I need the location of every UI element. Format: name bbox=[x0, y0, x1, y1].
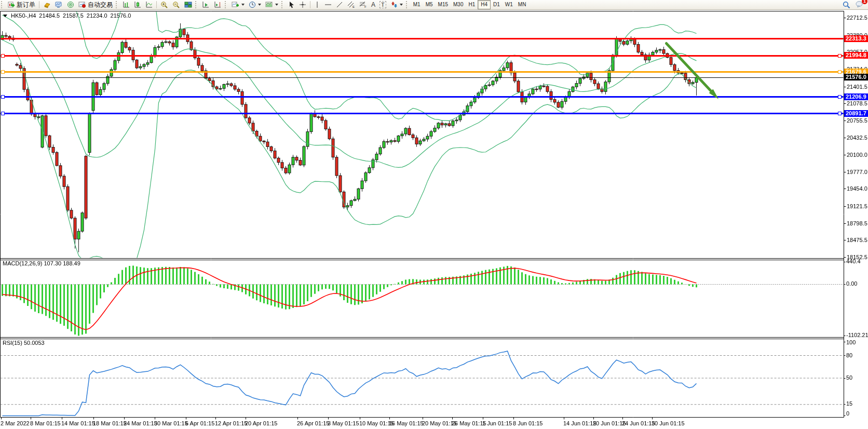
notification-badge: 1 bbox=[862, 0, 867, 4]
tab-timeframe-d1[interactable]: D1 bbox=[491, 1, 503, 9]
fibonacci-icon: F bbox=[359, 1, 367, 8]
zoom-out-icon bbox=[172, 1, 180, 8]
tab-timeframe-h1[interactable]: H1 bbox=[466, 1, 478, 9]
time-tick-label: 26 Apr 01:15 bbox=[297, 420, 329, 426]
price-tick-label: 18798.5 bbox=[847, 220, 867, 226]
notifications-button[interactable]: 1 bbox=[856, 1, 864, 9]
tab-timeframe-m5[interactable]: M5 bbox=[423, 1, 436, 9]
price-tag: 21576.0 bbox=[844, 74, 868, 81]
ohlc-open: 21484.5 bbox=[39, 12, 60, 19]
horizontal-line-button[interactable] bbox=[322, 0, 334, 9]
time-tick-label: 24 Mar 01:15 bbox=[124, 420, 157, 426]
toolbar-grip[interactable] bbox=[225, 1, 228, 8]
tab-timeframe-h4[interactable]: H4 bbox=[478, 0, 491, 9]
periods-button[interactable] bbox=[247, 0, 263, 9]
toolbar-grip[interactable] bbox=[195, 1, 199, 8]
equidistant-channel-button[interactable]: E bbox=[345, 0, 357, 9]
new-order-label: 新订单 bbox=[17, 1, 35, 9]
indicators-button[interactable] bbox=[229, 0, 247, 9]
main-toolbar: 新订单 自动交易 bbox=[0, 0, 868, 10]
tab-timeframe-w1[interactable]: W1 bbox=[503, 1, 516, 9]
template-icon bbox=[265, 1, 273, 8]
rsi-label: RSI(15) 50.0053 bbox=[3, 340, 45, 346]
indicators-icon bbox=[232, 1, 239, 8]
toolbar-grip[interactable] bbox=[406, 1, 410, 8]
price-tick-label: 20755.5 bbox=[847, 117, 867, 124]
crosshair-button[interactable] bbox=[297, 0, 308, 9]
arrows-tool-icon bbox=[390, 1, 398, 8]
toolbar-grip[interactable] bbox=[281, 1, 285, 8]
tab-timeframe-m15[interactable]: M15 bbox=[436, 1, 451, 9]
time-tick-label: 30 Mar 01:15 bbox=[154, 420, 188, 426]
trendline-button[interactable] bbox=[334, 0, 345, 9]
time-tick-label: 20 Apr 01:15 bbox=[245, 420, 277, 426]
rsi-axis-100: 100 bbox=[846, 339, 856, 345]
tab-timeframe-mn[interactable]: MN bbox=[516, 1, 529, 9]
chart-shift-button[interactable] bbox=[212, 0, 224, 9]
price-tag: 20891.7 bbox=[844, 110, 868, 117]
time-tick-label: 18 Mar 01:15 bbox=[93, 420, 127, 426]
line-chart-button[interactable] bbox=[143, 0, 155, 9]
new-order-icon bbox=[8, 1, 15, 8]
price-tick-label: 18475.5 bbox=[847, 237, 867, 243]
ohlc-high: 21587.5 bbox=[63, 12, 84, 19]
chart-canvas[interactable] bbox=[0, 0, 868, 429]
toolbar-grip[interactable] bbox=[1, 1, 5, 8]
arrows-tool-button[interactable] bbox=[388, 0, 405, 9]
search-icon[interactable] bbox=[843, 1, 850, 9]
new-order-button[interactable]: 新订单 bbox=[6, 0, 37, 9]
zoom-out-button[interactable] bbox=[170, 0, 182, 9]
dropdown-arrow-icon bbox=[258, 4, 261, 6]
zoom-in-icon bbox=[160, 1, 168, 8]
auto-trading-button[interactable]: 自动交易 bbox=[76, 0, 115, 9]
broadcast-button[interactable] bbox=[65, 0, 76, 9]
time-tick-label: 8 Mar 01:15 bbox=[30, 420, 61, 426]
auto-scroll-button[interactable] bbox=[200, 0, 212, 9]
chart-screen-button[interactable] bbox=[53, 0, 65, 9]
chevron-down-icon bbox=[3, 15, 7, 17]
zoom-in-button[interactable] bbox=[158, 0, 170, 9]
tab-timeframe-m30[interactable]: M30 bbox=[451, 1, 466, 9]
tile-windows-icon bbox=[184, 1, 192, 8]
candlestick-icon bbox=[134, 1, 141, 8]
time-tick-label: 3 May 01:15 bbox=[328, 420, 359, 426]
text-tool-button[interactable]: A bbox=[369, 0, 377, 9]
tab-timeframe-m1[interactable]: M1 bbox=[411, 1, 423, 9]
time-tick-label: 1 Jun 01:15 bbox=[482, 420, 512, 426]
dropdown-arrow-icon bbox=[275, 4, 278, 6]
bar-chart-icon bbox=[123, 1, 130, 8]
rsi-axis-50: 50 bbox=[846, 374, 852, 381]
vertical-line-icon bbox=[314, 1, 320, 8]
time-tick-label: 24 Jun 01:15 bbox=[622, 420, 655, 426]
time-tick-label: 14 Mar 01:15 bbox=[61, 420, 95, 426]
macd-axis-top: 440.4 bbox=[846, 258, 861, 264]
bar-chart-button[interactable] bbox=[120, 0, 132, 9]
time-tick-label: 2 Mar 2022 bbox=[1, 420, 30, 426]
time-tick-label: 20 Jun 01:15 bbox=[593, 420, 626, 426]
time-tick-label: 30 Jun 01:15 bbox=[652, 420, 685, 426]
toolbar-grip[interactable] bbox=[116, 1, 119, 8]
chart-screen-icon bbox=[55, 1, 63, 8]
candlestick-button[interactable] bbox=[132, 0, 143, 9]
broadcast-icon bbox=[67, 1, 74, 8]
rsi-axis-0: 0 bbox=[846, 410, 849, 417]
rsi-axis-15: 15 bbox=[846, 400, 852, 407]
fibonacci-button[interactable]: F bbox=[357, 0, 369, 9]
toolbar-separator bbox=[310, 1, 310, 8]
cursor-button[interactable] bbox=[286, 0, 297, 9]
time-tick-label: 6 Apr 01:15 bbox=[185, 420, 214, 426]
label-tool-button[interactable]: T bbox=[377, 0, 388, 9]
tile-windows-button[interactable] bbox=[182, 0, 194, 9]
dropdown-arrow-icon bbox=[400, 4, 403, 6]
macd-axis-zero: 0.00 bbox=[846, 280, 857, 287]
time-tick-label: 16 May 01:15 bbox=[389, 420, 424, 426]
time-tick-label: 12 Apr 01:15 bbox=[215, 420, 247, 426]
auto-trading-icon bbox=[78, 1, 86, 8]
clock-icon bbox=[249, 1, 256, 8]
toolbar-separator bbox=[156, 1, 157, 8]
templates-button[interactable] bbox=[263, 0, 280, 9]
label-tool-label: T bbox=[379, 1, 386, 8]
vertical-line-button[interactable] bbox=[312, 0, 322, 9]
macd-axis-bottom: -1102.21 bbox=[846, 332, 868, 338]
gold-bar-button[interactable] bbox=[41, 0, 53, 9]
